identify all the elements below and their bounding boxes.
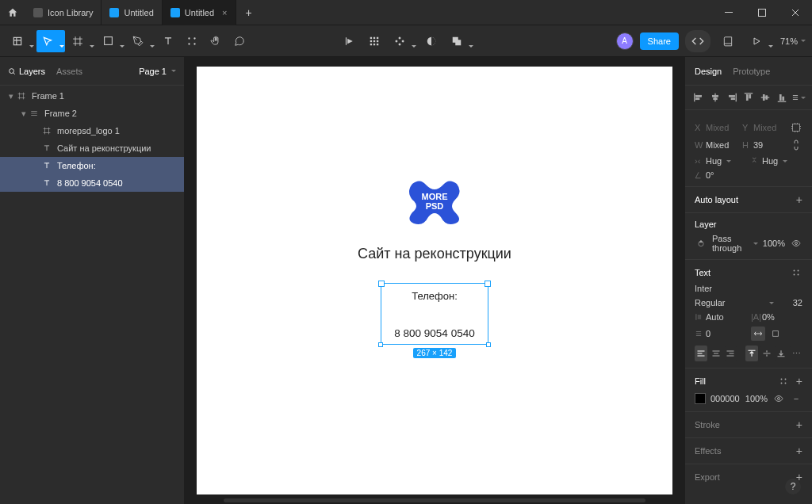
maximize-button[interactable] (745, 0, 779, 25)
text-tool[interactable] (157, 30, 179, 52)
shape-tool[interactable] (97, 30, 125, 52)
text-icon (41, 143, 52, 154)
align-top-icon[interactable] (741, 90, 755, 105)
align-left-icon[interactable] (691, 90, 705, 105)
page-selector[interactable]: Page 1 (139, 67, 176, 76)
zoom-control[interactable]: 71% (780, 36, 806, 46)
text-styles-icon[interactable] (790, 266, 802, 279)
remove-fill-icon[interactable]: − (790, 392, 802, 405)
letter-spacing[interactable]: 0% (762, 312, 775, 322)
text-valign-top-icon[interactable] (745, 346, 758, 361)
hug-v[interactable]: Hug (762, 156, 778, 166)
layer-opacity[interactable]: 100% (763, 239, 785, 248)
file-tab[interactable]: Untitled (102, 0, 162, 25)
svg-point-37 (798, 270, 799, 272)
text-align-right-icon[interactable] (725, 346, 737, 361)
fill-opacity[interactable]: 100% (745, 394, 768, 403)
layer-row[interactable]: 8 800 9054 0540 (0, 174, 184, 192)
align-right-icon[interactable] (725, 90, 738, 105)
horizontal-scrollbar[interactable] (224, 498, 645, 502)
text-more-icon[interactable]: ⋯ (790, 346, 802, 361)
text-valign-middle-icon[interactable] (760, 346, 773, 361)
h-value[interactable]: 39 (753, 140, 763, 150)
font-family[interactable]: Inter (695, 284, 802, 293)
artboard[interactable]: MOREPSD Сайт на реконструкции Телефон: 8… (197, 67, 672, 494)
canvas[interactable]: MOREPSD Сайт на реконструкции Телефон: 8… (184, 57, 685, 504)
font-size[interactable]: 32 (779, 298, 802, 307)
help-button[interactable]: ? (785, 479, 801, 494)
pen-tool[interactable] (127, 30, 155, 52)
layer-row[interactable]: Сайт на реконструкции (0, 139, 184, 157)
close-tab-icon[interactable]: × (222, 8, 227, 17)
svg-rect-40 (773, 331, 779, 337)
layer-row[interactable]: ▾Frame 1 (0, 87, 184, 105)
w-value[interactable]: Mixed (706, 140, 729, 150)
home-button[interactable] (0, 0, 25, 25)
blend-mode-value[interactable]: Pass through (712, 234, 747, 253)
layer-row[interactable]: Телефон: (0, 157, 184, 174)
hand-tool[interactable] (205, 30, 227, 52)
prototype-tab[interactable]: Prototype (733, 67, 770, 76)
add-fill-icon[interactable]: + (796, 375, 802, 388)
align-bottom-icon[interactable] (775, 90, 788, 105)
align-more-icon[interactable] (791, 90, 806, 105)
add-effect-icon[interactable]: + (796, 445, 802, 457)
user-avatar[interactable]: A (616, 32, 634, 50)
expand-toggle-icon[interactable]: ▾ (19, 109, 29, 119)
layer-row[interactable]: ▾Frame 2 (0, 105, 184, 122)
y-value[interactable]: Mixed (753, 123, 776, 132)
layout-grid-tool[interactable] (363, 30, 385, 52)
x-label: X (695, 123, 703, 132)
align-hcenter-icon[interactable] (708, 90, 722, 105)
visibility-icon[interactable] (790, 237, 802, 250)
add-stroke-icon[interactable]: + (796, 418, 802, 431)
fill-visibility-icon[interactable] (772, 392, 785, 405)
assets-tab[interactable]: Assets (56, 67, 82, 76)
boolean-tool[interactable] (446, 30, 474, 52)
frame-tool[interactable] (67, 30, 95, 52)
resources-tool[interactable] (181, 30, 203, 52)
main-menu-button[interactable] (6, 30, 35, 52)
mask-tool[interactable] (420, 30, 442, 52)
x-value[interactable]: Mixed (706, 123, 729, 132)
text-align-left-icon[interactable] (695, 346, 707, 361)
auto-width-icon[interactable] (751, 326, 765, 341)
text-valign-bottom-icon[interactable] (775, 346, 787, 361)
new-tab-button[interactable]: + (236, 6, 262, 19)
fill-hex[interactable]: 000000 (710, 394, 741, 403)
selection-box[interactable]: Телефон: 8 800 9054 0540 (381, 283, 488, 345)
layers-tab[interactable]: Layers (8, 67, 45, 76)
fill-styles-icon[interactable] (777, 375, 790, 388)
constrain-proportions-icon[interactable] (790, 139, 802, 151)
layer-row[interactable]: morepsd_logo 1 (0, 122, 184, 139)
paragraph-spacing[interactable]: 0 (706, 329, 710, 338)
present-button[interactable] (745, 30, 774, 52)
line-height[interactable]: Auto (706, 312, 724, 322)
align-text-tool[interactable] (338, 30, 360, 52)
component-tool[interactable] (389, 30, 417, 52)
blend-mode-icon[interactable] (695, 237, 707, 250)
minimize-button[interactable] (712, 0, 745, 25)
dev-mode-button[interactable] (685, 30, 710, 52)
text-align-center-icon[interactable] (710, 346, 722, 361)
add-autolayout-icon[interactable]: + (796, 193, 802, 206)
font-weight[interactable]: Regular (695, 298, 763, 307)
design-tab[interactable]: Design (695, 67, 722, 76)
move-tool[interactable] (36, 30, 65, 52)
fill-swatch[interactable] (695, 393, 706, 404)
expand-toggle-icon[interactable]: ▾ (6, 91, 16, 101)
rotation-value[interactable]: 0° (706, 170, 714, 180)
share-button[interactable]: Share (640, 32, 679, 50)
align-controls (685, 86, 812, 110)
file-tab[interactable]: Icon Library (25, 0, 102, 25)
library-button[interactable] (717, 30, 739, 52)
align-vcenter-icon[interactable] (758, 90, 772, 105)
align-to-pixel-icon[interactable] (790, 121, 802, 134)
close-window-button[interactable] (779, 0, 812, 25)
hug-h[interactable]: Hug (706, 156, 722, 166)
svg-point-4 (188, 37, 190, 39)
comment-tool[interactable] (228, 30, 251, 52)
svg-rect-10 (377, 36, 378, 38)
auto-height-icon[interactable] (768, 326, 783, 341)
file-tab-active[interactable]: Untitled × (163, 0, 236, 25)
